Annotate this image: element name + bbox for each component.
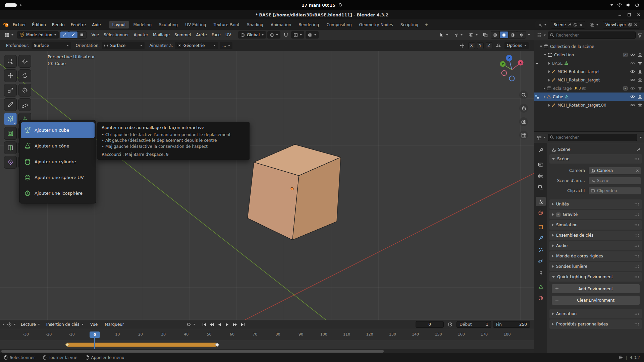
- panel-header[interactable]: Quick Lighting Environment: [549, 272, 642, 282]
- menu-item-add-cylinder[interactable]: Ajouter un cylindre: [21, 154, 95, 170]
- properties-search-input[interactable]: [548, 134, 637, 141]
- expand-icon[interactable]: [544, 87, 545, 90]
- tab-physics[interactable]: [536, 256, 546, 266]
- add-environment-button[interactable]: Add Environment: [551, 284, 640, 294]
- menu-uv[interactable]: UV: [223, 32, 233, 38]
- new-scene-icon[interactable]: [574, 23, 577, 26]
- panel-grip-icon[interactable]: [634, 234, 639, 237]
- tab-world[interactable]: [536, 208, 546, 218]
- render-camera-icon[interactable]: [638, 53, 642, 57]
- tab-tool[interactable]: [536, 146, 546, 155]
- navigation-gizmo[interactable]: Z Y X: [496, 53, 528, 85]
- workspace-tab-layout[interactable]: Layout: [109, 21, 129, 28]
- menu-vue[interactable]: Vue: [89, 32, 101, 38]
- panel-grip-icon[interactable]: [634, 203, 639, 206]
- render-camera-icon[interactable]: [638, 95, 642, 99]
- panel-grip-icon[interactable]: [634, 213, 639, 216]
- rendered-shading-button[interactable]: [517, 32, 526, 38]
- panel-header[interactable]: Simulation: [549, 220, 642, 230]
- snap-toggle-button[interactable]: [282, 31, 290, 39]
- expand-icon[interactable]: [544, 54, 546, 56]
- workspace-tab-uv-editing[interactable]: UV Editing: [182, 21, 210, 28]
- render-camera-icon[interactable]: [638, 86, 642, 90]
- zoom-button[interactable]: [519, 90, 528, 99]
- remove-viewlayer-icon[interactable]: [634, 23, 637, 26]
- panel-header[interactable]: Sondes lumière: [549, 262, 642, 271]
- timeline-scrollbar-thumb[interactable]: [1, 350, 384, 353]
- background-scene-field[interactable]: Scène: [588, 177, 641, 185]
- collection-checkbox[interactable]: [623, 53, 628, 57]
- preview-range-stopwatch-button[interactable]: [447, 321, 453, 327]
- axis-x-toggle[interactable]: X: [468, 42, 475, 49]
- unlink-scene-icon[interactable]: [579, 23, 583, 26]
- current-frame-field[interactable]: 0: [416, 321, 444, 328]
- hide-eye-icon[interactable]: [630, 53, 635, 57]
- workspace-tab-geometry-nodes[interactable]: Geometry Nodes: [356, 21, 396, 28]
- menu-arete[interactable]: Arête: [194, 32, 209, 38]
- outliner-row-scene-collection[interactable]: Collection de la scène: [534, 42, 644, 51]
- menu-edition[interactable]: Édition: [29, 21, 49, 28]
- outliner-row-cube[interactable]: Cube: [534, 93, 644, 101]
- timeline-marker-menu[interactable]: Marqueur: [102, 321, 127, 328]
- outliner-row-eclairage[interactable]: eclairage 3: [534, 84, 644, 93]
- timeline-track-area[interactable]: [0, 340, 534, 349]
- properties-editor-icon[interactable]: [537, 135, 542, 140]
- panel-grip-icon[interactable]: [634, 323, 639, 326]
- scene-browse-dropdown[interactable]: [535, 21, 549, 28]
- wireframe-shading-button[interactable]: [491, 32, 499, 38]
- render-camera-icon[interactable]: [638, 78, 642, 82]
- edge-select-button[interactable]: [69, 32, 77, 38]
- playback-menu[interactable]: Lecture: [18, 321, 42, 328]
- jump-to-end-button[interactable]: [239, 321, 246, 327]
- tool-inset-faces[interactable]: [4, 127, 17, 140]
- system-tray[interactable]: [610, 3, 639, 7]
- panel-header[interactable]: Audio: [549, 241, 642, 250]
- camera-pointer-field[interactable]: Camera: [588, 167, 641, 175]
- transform-orientation-dropdown[interactable]: Global: [238, 31, 266, 39]
- tool-transform[interactable]: [18, 84, 31, 97]
- menu-rendu[interactable]: Rendu: [49, 21, 67, 28]
- panel-grip-icon[interactable]: [634, 244, 639, 247]
- panel-grip-icon[interactable]: [634, 255, 639, 258]
- tool-add-cube[interactable]: [4, 113, 17, 125]
- timeline-ruler[interactable]: -30-20-100102030405060708090100110120130…: [0, 329, 534, 340]
- panel-header[interactable]: Gravité: [549, 210, 642, 219]
- editor-type-dropdown[interactable]: [2, 31, 16, 39]
- clock-menu[interactable]: 17 mars 08:15: [302, 3, 342, 8]
- options-chevron-icon[interactable]: [639, 137, 642, 138]
- solid-shading-button[interactable]: [500, 32, 508, 38]
- keyframe-range-bar[interactable]: [66, 343, 217, 347]
- workspace-tab-animation[interactable]: Animation: [267, 21, 294, 28]
- tab-output[interactable]: [536, 171, 546, 181]
- snap-target-dropdown[interactable]: [291, 31, 304, 39]
- play-button[interactable]: [224, 321, 231, 327]
- outliner-row-mch-rotation-target-00[interactable]: MCH_Rotation_target.00: [534, 101, 644, 109]
- timeline-editor-type-dropdown[interactable]: [6, 321, 17, 328]
- options-dropdown[interactable]: Options: [504, 42, 529, 49]
- frame-end-field[interactable]: Fin 250: [493, 321, 530, 328]
- active-clip-field[interactable]: Clip vidéo: [588, 187, 641, 195]
- gizmos-dropdown[interactable]: [452, 31, 465, 39]
- add-workspace-button[interactable]: +: [422, 21, 430, 28]
- outliner-search-input[interactable]: [548, 32, 636, 39]
- transform-pivot-icon-button[interactable]: [458, 42, 466, 49]
- tool-poly-build[interactable]: [4, 156, 17, 169]
- jump-to-start-button[interactable]: [201, 321, 208, 327]
- menu-aide[interactable]: Aide: [89, 21, 104, 28]
- gizmo-minus-z-axis[interactable]: [509, 76, 515, 81]
- workspace-tab-texture-paint[interactable]: Texture Paint: [210, 21, 243, 28]
- expand-icon[interactable]: [548, 79, 550, 81]
- panel-grip-icon[interactable]: [634, 224, 639, 227]
- panel-grip-icon[interactable]: [634, 312, 639, 315]
- tab-view-layer[interactable]: [536, 183, 546, 192]
- render-camera-icon[interactable]: [638, 103, 642, 107]
- tab-object[interactable]: [536, 222, 546, 232]
- mirror-icon-button[interactable]: [494, 42, 502, 49]
- expand-icon[interactable]: [548, 70, 550, 73]
- menu-item-add-uv-sphere[interactable]: Ajouter une sphère UV: [21, 170, 95, 185]
- tab-scene[interactable]: [536, 197, 546, 206]
- tab-object-data[interactable]: [536, 282, 546, 291]
- pin-icon[interactable]: [637, 147, 641, 152]
- workspace-tab-sculpting[interactable]: Sculpting: [156, 21, 181, 28]
- expand-icon[interactable]: [540, 46, 542, 47]
